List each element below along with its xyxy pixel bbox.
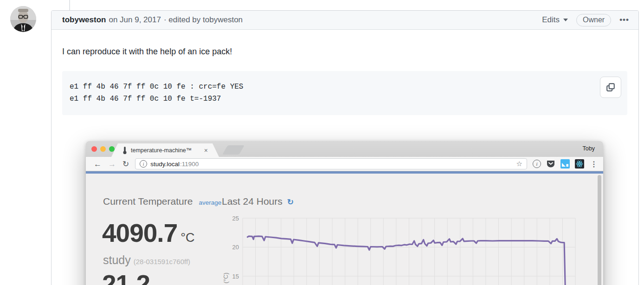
chrome-menu-icon[interactable]: ⋮ [589,160,599,168]
current-temperature-heading: Current Temperatureaverage [103,196,221,207]
info-extension-icon[interactable]: i [533,160,541,168]
forward-button[interactable]: → [105,160,119,168]
sensor-row: study(28-031591c760ff) [103,253,190,267]
temperature-machine-page: Current Temperatureaverage Last 24 Hours… [86,174,603,285]
close-window-button[interactable] [91,146,97,152]
avatar-portrait-image [10,6,36,32]
comment-text: I can reproduce it with the help of an i… [62,45,627,58]
timeline-thread-line [69,0,70,11]
sensor-id: (28-031591c760ff) [134,258,190,266]
browser-window: temperature-machine™ × Toby ← → ↻ i stud… [86,141,603,285]
browser-tabstrip: temperature-machine™ × Toby [86,141,603,157]
owner-badge: Owner [576,14,611,26]
temperature-unit: °C [180,231,194,245]
url-host: study.local [150,161,180,168]
current-temperature-label: Current Temperature [103,196,193,207]
reload-button[interactable]: ↻ [119,160,132,168]
comment-body: I can reproduce it with the help of an i… [52,45,638,285]
screenshot-extension-icon[interactable] [560,159,570,168]
page-info-icon[interactable]: i [140,160,147,168]
url-port: :11900 [180,161,199,168]
tab-title: temperature-machine™ [131,147,192,154]
temperature-number: 4090.7 [102,219,177,247]
browser-tab[interactable]: temperature-machine™ × [111,143,219,157]
comment-more-button[interactable]: ••• [619,15,629,25]
edits-dropdown[interactable]: Edits [542,15,568,25]
svg-text:15: 15 [232,273,239,280]
avatar[interactable] [10,6,36,32]
back-button[interactable]: ← [90,160,105,168]
copy-code-button[interactable] [600,77,621,98]
zoom-window-button[interactable] [109,146,115,152]
minimize-window-button[interactable] [100,146,106,152]
bookmark-star-icon[interactable]: ☆ [516,160,522,168]
thermometer-favicon [122,146,127,155]
extension-icons: i [533,159,599,168]
comment-date: on Jun 9, 2017 [109,15,161,25]
chevron-down-icon [563,19,568,21]
attached-screenshot: temperature-machine™ × Toby ← → ↻ i stud… [86,141,603,285]
screenshot-root: tobyweston on Jun 9, 2017 · edited by to… [0,0,644,285]
last-24-hours-label: Last 24 Hours [222,196,283,207]
window-controls [91,146,115,152]
svg-text:25: 25 [232,215,239,222]
svg-text:20: 20 [232,244,239,251]
chart-y-axis-label: Temperature (°C) [222,263,230,285]
browser-profile-name: Toby [583,145,595,152]
code-block: e1 ff 4b 46 7f ff 0c 10 fe : crc=fe YES … [62,71,627,115]
browser-toolbar: ← → ↻ i study.local :11900 ☆ i [86,157,603,171]
last-24-hours-heading: Last 24 Hours↻ [222,196,294,207]
average-temperature-value: 4090.7°C [102,218,195,248]
comment-header-actions: Edits Owner ••• [542,14,629,26]
pocket-extension-icon[interactable] [546,159,555,168]
react-devtools-extension-icon[interactable] [575,159,584,168]
comment-header-meta: tobyweston on Jun 9, 2017 · edited by to… [62,15,542,25]
page-scrollbar[interactable] [598,175,601,285]
comment-header: tobyweston on Jun 9, 2017 · edited by to… [52,11,638,30]
code-block-wrapper: e1 ff 4b 46 7f ff 0c 10 fe : crc=fe YES … [62,71,627,115]
tab-close-button[interactable]: × [204,147,208,154]
new-tab-button[interactable] [222,145,245,155]
address-bar[interactable]: i study.local :11900 ☆ [135,158,527,169]
sensor-temperature-value: 21.2 [102,269,150,285]
temperature-chart: 252015 [225,211,582,285]
edits-label: Edits [542,15,560,25]
refresh-icon[interactable]: ↻ [287,198,294,207]
comment-edited-note: · edited by tobyweston [164,15,243,25]
github-comment: tobyweston on Jun 9, 2017 · edited by to… [51,10,639,285]
average-link[interactable]: average [199,199,221,206]
copy-icon [605,82,616,92]
author-link[interactable]: tobyweston [62,15,106,25]
sensor-name: study [103,253,131,266]
